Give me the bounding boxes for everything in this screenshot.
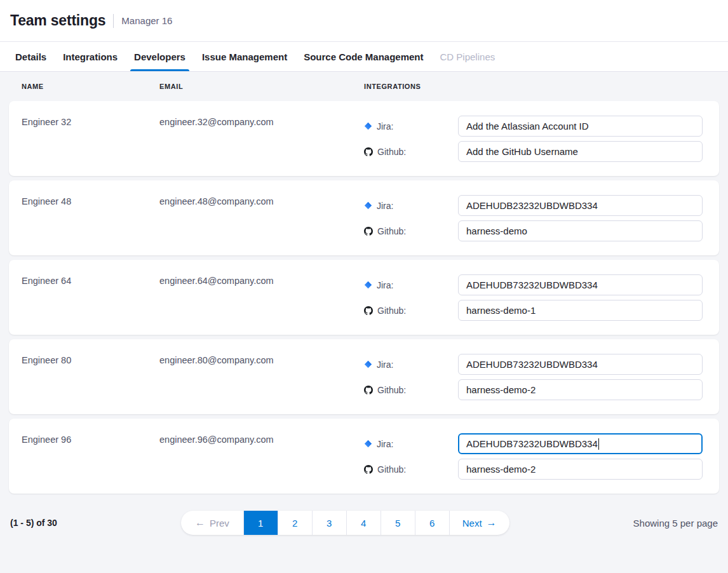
title-divider <box>113 14 114 28</box>
jira-icon <box>364 440 372 448</box>
jira-label: Jira: <box>364 201 458 211</box>
tab-developers[interactable]: Developers <box>134 42 185 71</box>
app-header: Team settings Manager 16 <box>0 0 728 42</box>
github-line: Github: Add the GitHub Username <box>364 141 703 162</box>
developer-name: Engineer 96 <box>22 434 159 445</box>
integrations-cell: Jira: Add the Atlassian Account ID Githu… <box>364 116 703 162</box>
developer-row: Engineer 64 engineer.64@company.com Jira… <box>9 260 719 335</box>
table-header-row: NAME EMAIL INTEGRATIONS <box>9 72 719 101</box>
jira-input[interactable]: Add the Atlassian Account ID <box>458 116 703 137</box>
jira-icon <box>364 201 372 210</box>
github-input[interactable]: harness-demo-2 <box>458 379 703 400</box>
jira-line: Jira: ADEHUDB73232UBDWBD334 <box>364 354 703 375</box>
integrations-cell: Jira: ADEHUDB73232UBDWBD334 Github: harn… <box>364 274 703 321</box>
developer-name: Engineer 80 <box>22 354 159 365</box>
page-button-3[interactable]: 3 <box>312 511 346 535</box>
github-icon <box>364 465 373 474</box>
jira-line: Jira: Add the Atlassian Account ID <box>364 116 703 137</box>
pager: ← Prev 1 2 3 4 5 6 Next → <box>181 511 509 535</box>
pagination-footer: (1 - 5) of 30 ← Prev 1 2 3 4 5 6 Next → … <box>0 511 728 535</box>
column-header-integrations: INTEGRATIONS <box>364 83 703 90</box>
github-label: Github: <box>364 464 458 475</box>
developer-name: Engineer 64 <box>22 275 159 286</box>
prev-page-button[interactable]: ← Prev <box>181 511 243 535</box>
jira-icon <box>364 122 372 130</box>
developer-email: engineer.48@company.com <box>159 196 364 206</box>
github-input[interactable]: harness-demo-1 <box>458 300 703 321</box>
per-page-label: Showing 5 per page <box>633 518 718 529</box>
tab-cd-pipelines: CD Pipelines <box>440 42 495 71</box>
developer-email: engineer.80@company.com <box>159 354 364 365</box>
developer-name: Engineer 48 <box>22 196 159 206</box>
column-header-name: NAME <box>22 83 159 90</box>
text-cursor <box>598 438 600 450</box>
github-input[interactable]: harness-demo <box>458 220 703 241</box>
tab-bar: Details Integrations Developers Issue Ma… <box>0 42 728 72</box>
page-title: Team settings <box>10 12 105 29</box>
github-label: Github: <box>364 226 458 236</box>
developer-name: Engineer 32 <box>22 116 159 127</box>
integrations-cell: Jira: ADEHUDB73232UBDWBD334 Github: harn… <box>364 433 703 480</box>
jira-icon <box>364 281 372 289</box>
developer-email: engineer.96@company.com <box>159 434 364 445</box>
github-line: Github: harness-demo-2 <box>364 379 703 400</box>
page-button-2[interactable]: 2 <box>278 511 312 535</box>
github-icon <box>364 227 373 236</box>
github-input[interactable]: Add the GitHub Username <box>458 141 703 162</box>
jira-input-focused[interactable]: ADEHUDB73232UBDWBD334 <box>458 433 703 454</box>
github-label: Github: <box>364 385 458 395</box>
developers-table: NAME EMAIL INTEGRATIONS Engineer 32 engi… <box>0 72 728 494</box>
pager-zone: ← Prev 1 2 3 4 5 6 Next → <box>57 511 633 535</box>
page-button-1[interactable]: 1 <box>243 511 278 535</box>
github-icon <box>364 147 373 156</box>
github-label: Github: <box>364 306 458 316</box>
page-subtitle: Manager 16 <box>121 15 172 26</box>
developer-row: Engineer 48 engineer.48@company.com Jira… <box>9 180 719 255</box>
developer-email: engineer.64@company.com <box>159 275 364 286</box>
github-icon <box>364 386 373 394</box>
developer-email: engineer.32@company.com <box>159 116 364 127</box>
page-button-5[interactable]: 5 <box>381 511 415 535</box>
github-line: Github: harness-demo <box>364 220 703 241</box>
column-header-email: EMAIL <box>159 83 364 90</box>
jira-line: Jira: ADEHUDB23232UBDWBD334 <box>364 195 703 216</box>
jira-label: Jira: <box>364 280 458 290</box>
tab-source-code-management[interactable]: Source Code Management <box>304 42 423 71</box>
github-label: Github: <box>364 147 458 157</box>
github-input[interactable]: harness-demo-2 <box>458 459 703 480</box>
jira-input[interactable]: ADEHUDB23232UBDWBD334 <box>458 195 703 216</box>
jira-line: Jira: ADEHUDB73232UBDWBD334 <box>364 433 703 454</box>
jira-label: Jira: <box>364 439 458 449</box>
github-icon <box>364 306 373 315</box>
jira-input[interactable]: ADEHUDB73232UBDWBD334 <box>458 354 703 375</box>
github-line: Github: harness-demo-1 <box>364 300 703 321</box>
jira-label: Jira: <box>364 360 458 370</box>
tab-integrations[interactable]: Integrations <box>63 42 118 71</box>
github-line: Github: harness-demo-2 <box>364 459 703 480</box>
jira-line: Jira: ADEHUDB73232UBDWBD334 <box>364 274 703 295</box>
jira-icon <box>364 360 372 368</box>
integrations-cell: Jira: ADEHUDB73232UBDWBD334 Github: harn… <box>364 354 703 400</box>
right-arrow-icon: → <box>487 518 497 528</box>
result-range: (1 - 5) of 30 <box>10 518 57 528</box>
page-button-6[interactable]: 6 <box>415 511 449 535</box>
integrations-cell: Jira: ADEHUDB23232UBDWBD334 Github: harn… <box>364 195 703 241</box>
tab-details[interactable]: Details <box>15 42 46 71</box>
page-button-4[interactable]: 4 <box>346 511 381 535</box>
developer-row: Engineer 96 engineer.96@company.com Jira… <box>9 419 719 494</box>
jira-input[interactable]: ADEHUDB73232UBDWBD334 <box>458 274 703 295</box>
developer-row: Engineer 80 engineer.80@company.com Jira… <box>9 339 719 414</box>
tab-issue-management[interactable]: Issue Management <box>202 42 287 71</box>
next-page-button[interactable]: Next → <box>449 511 509 535</box>
jira-label: Jira: <box>364 121 458 131</box>
developer-row: Engineer 32 engineer.32@company.com Jira… <box>9 101 719 176</box>
left-arrow-icon: ← <box>195 518 205 528</box>
